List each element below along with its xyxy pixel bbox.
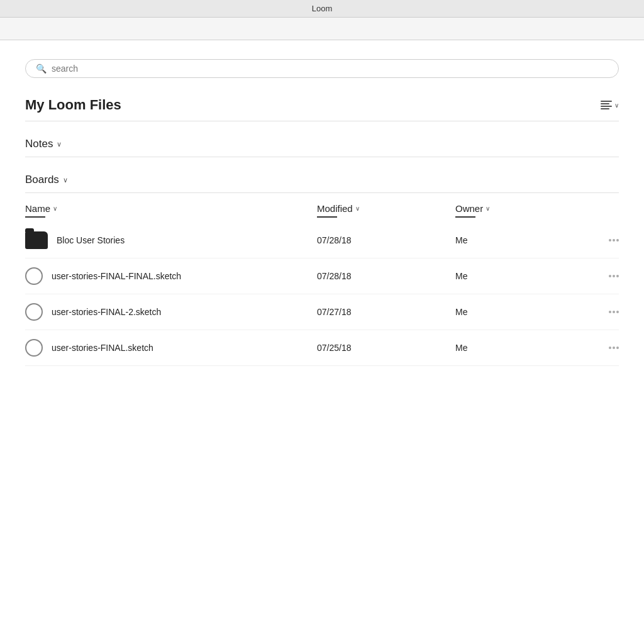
file-owner: Me bbox=[455, 271, 594, 281]
modified-col-header[interactable]: Modified ∨ bbox=[317, 203, 455, 218]
boards-chevron: ∨ bbox=[63, 176, 68, 184]
notes-label: Notes bbox=[25, 138, 53, 150]
file-name: user-stories-FINAL-FINAL.sketch bbox=[52, 271, 181, 281]
file-name-cell: user-stories-FINAL-FINAL.sketch bbox=[25, 267, 317, 285]
dot1 bbox=[609, 311, 611, 313]
owner-col-header[interactable]: Owner ∨ bbox=[455, 203, 594, 218]
notes-chevron: ∨ bbox=[57, 140, 62, 148]
more-options-button[interactable] bbox=[594, 239, 619, 242]
more-options-button[interactable] bbox=[594, 311, 619, 313]
modified-col-chevron: ∨ bbox=[355, 205, 360, 212]
owner-col-underline bbox=[455, 216, 475, 218]
file-owner: Me bbox=[455, 307, 594, 317]
notes-header[interactable]: Notes ∨ bbox=[25, 131, 619, 157]
dot3 bbox=[616, 347, 619, 349]
section-header: My Loom Files ∨ bbox=[25, 97, 619, 113]
modified-col-label: Modified bbox=[317, 203, 353, 214]
search-container: 🔍 bbox=[25, 59, 619, 78]
boards-section: Boards ∨ bbox=[25, 167, 619, 192]
owner-col-label: Owner bbox=[455, 203, 483, 214]
toolbar bbox=[0, 18, 644, 40]
dot2 bbox=[613, 275, 615, 277]
file-icon bbox=[25, 303, 43, 321]
title-bar: Loom bbox=[0, 0, 644, 18]
folder-icon bbox=[25, 231, 48, 249]
table-header-row: Name ∨ Modified ∨ Owner ∨ bbox=[25, 203, 619, 223]
table-row[interactable]: user-stories-FINAL-FINAL.sketch 07/28/18… bbox=[25, 258, 619, 294]
dot1 bbox=[609, 275, 611, 277]
file-icon bbox=[25, 339, 43, 357]
file-table: Name ∨ Modified ∨ Owner ∨ bbox=[25, 203, 619, 366]
more-options-button[interactable] bbox=[594, 347, 619, 349]
file-name-cell: Bloc User Stories bbox=[25, 231, 317, 249]
table-row[interactable]: user-stories-FINAL-2.sketch 07/27/18 Me bbox=[25, 294, 619, 330]
dot3 bbox=[616, 311, 619, 313]
view-toggle-button[interactable]: ∨ bbox=[601, 101, 619, 109]
dot3 bbox=[616, 275, 619, 277]
list-view-icon bbox=[601, 101, 612, 109]
search-icon: 🔍 bbox=[36, 64, 47, 74]
search-box[interactable]: 🔍 bbox=[25, 59, 619, 78]
more-options-button[interactable] bbox=[594, 275, 619, 277]
file-name: Bloc User Stories bbox=[57, 235, 125, 245]
file-name-cell: user-stories-FINAL.sketch bbox=[25, 339, 317, 357]
name-col-underline bbox=[25, 216, 45, 218]
name-col-chevron: ∨ bbox=[53, 205, 57, 212]
file-modified: 07/25/18 bbox=[317, 343, 455, 353]
content-area: 🔍 My Loom Files ∨ Notes ∨ Boards ∨ bbox=[0, 40, 644, 644]
modified-col-underline bbox=[317, 216, 337, 218]
notes-divider bbox=[25, 157, 619, 157]
search-input[interactable] bbox=[52, 64, 608, 74]
name-col-label: Name bbox=[25, 203, 50, 214]
file-modified: 07/27/18 bbox=[317, 307, 455, 317]
notes-section: Notes ∨ bbox=[25, 131, 619, 157]
table-row[interactable]: Bloc User Stories 07/28/18 Me bbox=[25, 223, 619, 258]
file-name-cell: user-stories-FINAL-2.sketch bbox=[25, 303, 317, 321]
file-name: user-stories-FINAL-2.sketch bbox=[52, 307, 161, 317]
dot2 bbox=[613, 239, 615, 242]
page-title: My Loom Files bbox=[25, 97, 121, 113]
dot1 bbox=[609, 239, 611, 242]
dot3 bbox=[616, 239, 619, 242]
file-modified: 07/28/18 bbox=[317, 271, 455, 281]
boards-header[interactable]: Boards ∨ bbox=[25, 167, 619, 192]
file-name: user-stories-FINAL.sketch bbox=[52, 343, 153, 353]
dot2 bbox=[613, 311, 615, 313]
app-title: Loom bbox=[312, 4, 333, 13]
actions-col-header bbox=[594, 203, 619, 218]
name-col-header[interactable]: Name ∨ bbox=[25, 203, 317, 218]
dot1 bbox=[609, 347, 611, 349]
file-icon bbox=[25, 267, 43, 285]
file-owner: Me bbox=[455, 343, 594, 353]
file-modified: 07/28/18 bbox=[317, 235, 455, 245]
file-owner: Me bbox=[455, 235, 594, 245]
view-toggle-chevron: ∨ bbox=[614, 102, 619, 109]
main-divider bbox=[25, 121, 619, 121]
boards-label: Boards bbox=[25, 174, 59, 186]
owner-col-chevron: ∨ bbox=[486, 205, 490, 212]
dot2 bbox=[613, 347, 615, 349]
table-row[interactable]: user-stories-FINAL.sketch 07/25/18 Me bbox=[25, 330, 619, 366]
boards-divider bbox=[25, 192, 619, 193]
file-rows-container: Bloc User Stories 07/28/18 Me user-stori… bbox=[25, 223, 619, 366]
